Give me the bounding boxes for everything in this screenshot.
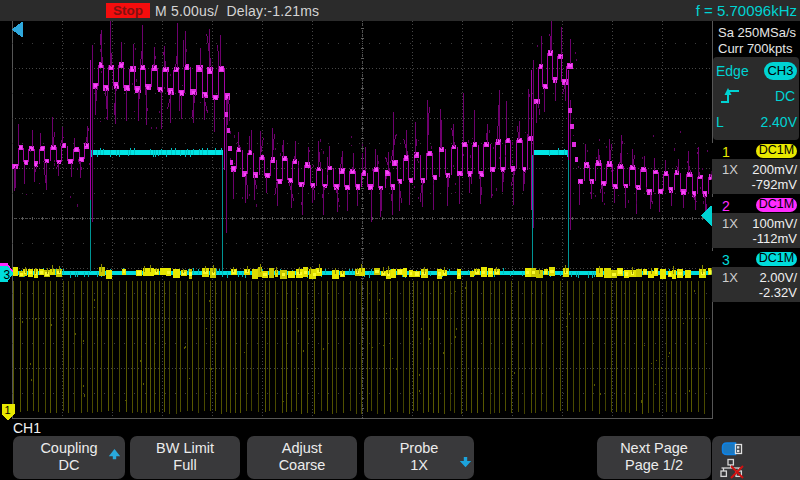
svg-text:3: 3: [4, 268, 11, 282]
svg-text:1: 1: [5, 404, 11, 416]
